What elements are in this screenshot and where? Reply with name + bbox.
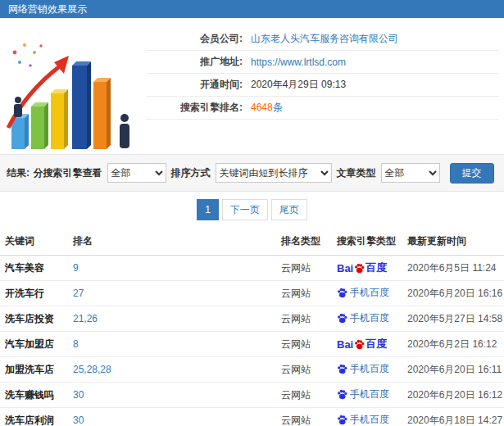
rank-value: 30: [73, 389, 84, 401]
keyword-cell: 洗车店利润: [0, 408, 68, 426]
rank-cell: 27: [68, 281, 276, 306]
keyword-cell: 汽车加盟店: [0, 332, 68, 357]
last-page-button[interactable]: 尾页: [271, 199, 307, 220]
info-row-url: 推广地址: https://www.lrtlsd.com: [146, 51, 499, 74]
table-row: 加盟洗车店 25,28,28 云网站 Bai 百度: [0, 357, 504, 383]
rank-cell: 25,28,28: [68, 357, 276, 383]
info-row-open-time: 开通时间: 2020年4月29日 09:13: [146, 74, 499, 97]
rank-count-unit: 条: [273, 102, 283, 113]
updated-cell: 2020年6月20日 16:11: [402, 357, 504, 383]
rank-type-text: 云网站: [281, 262, 311, 274]
mobile-baidu-paw-icon: [337, 313, 347, 324]
header-keyword: 关键词: [0, 228, 68, 256]
keyword-text: 汽车美容: [5, 262, 44, 274]
rank-value: 27: [73, 288, 84, 299]
table-row: 洗车赚钱吗 30 云网站 Bai 百度: [0, 383, 504, 408]
rank-count-label: 搜索引擎排名:: [146, 101, 243, 115]
table-row: 洗车店利润 30 云网站 Bai 百度: [0, 408, 504, 426]
keyword-cell: 汽车美容: [0, 256, 68, 281]
rank-type-cell: 云网站: [276, 256, 332, 281]
engine-cell: Bai 百度 手机百度: [332, 383, 402, 408]
updated-cell: 2020年6月20日 16:12: [402, 383, 504, 408]
rank-cell: 30: [68, 408, 276, 426]
updated-text: 2020年6月18日 14:27: [407, 415, 502, 426]
engine-filter-select[interactable]: 全部: [107, 163, 166, 183]
baidu-logo-cn: 百度: [366, 337, 387, 351]
results-table: 关键词 排名 排名类型 搜索引擎类型 最新更新时间 汽车美容 9 云网站 Bai…: [0, 228, 504, 426]
baidu-paw-icon: [354, 339, 365, 350]
next-page-button[interactable]: 下一页: [222, 199, 268, 220]
mobile-baidu-label: 手机百度: [350, 387, 389, 401]
rank-type-cell: 云网站: [276, 306, 332, 332]
company-label: 会员公司:: [146, 32, 243, 46]
table-row: 汽车美容 9 云网站 Bai 百度: [0, 256, 504, 281]
baidu-logo-latin: Bai: [337, 338, 353, 351]
rank-type-text: 云网站: [281, 288, 311, 299]
updated-text: 2020年5月27日 14:58: [407, 313, 502, 324]
mobile-baidu-label: 手机百度: [350, 311, 389, 325]
rank-type-cell: 云网站: [276, 281, 332, 306]
mobile-baidu-badge: 手机百度: [337, 362, 389, 376]
person-figure-left: [14, 97, 22, 117]
baidu-logo: Bai 百度: [337, 337, 387, 351]
member-info-section: 会员公司: 山东老人头汽车服务咨询有限公司 推广地址: https://www.…: [0, 18, 504, 154]
keyword-cell: 洗车赚钱吗: [0, 383, 68, 408]
updated-text: 2020年6月20日 16:12: [407, 389, 502, 401]
baidu-logo: Bai 百度: [337, 261, 387, 275]
sort-filter-select[interactable]: 关键词由短到长排序: [216, 163, 332, 183]
table-header-row: 关键词 排名 排名类型 搜索引擎类型 最新更新时间: [0, 228, 504, 256]
engine-cell: Bai 百度 手机百度: [332, 256, 402, 281]
results-section-label: 结果:: [7, 166, 30, 180]
rank-value: 8: [73, 338, 79, 350]
promo-url-label: 推广地址:: [146, 55, 243, 69]
updated-cell: 2020年6月2日 16:12: [402, 332, 504, 357]
keyword-text: 洗车店利润: [5, 415, 54, 426]
table-row: 洗车店投资 21,26 云网站 Bai 百度: [0, 306, 504, 332]
updated-text: 2020年6月20日 16:16: [407, 288, 502, 299]
filter-bar: 结果: 分搜索引擎查看 全部 排序方式 关键词由短到长排序 文章类型 全部 提交: [0, 154, 504, 192]
rank-count-value: 4648条: [251, 101, 283, 115]
bars: [11, 61, 111, 149]
mobile-baidu-label: 手机百度: [350, 413, 389, 426]
bar-chart-illustration-svg: [3, 28, 143, 152]
mobile-baidu-badge: 手机百度: [337, 311, 389, 325]
header-updated: 最新更新时间: [402, 228, 504, 256]
engine-cell: Bai 百度 手机百度: [332, 332, 402, 357]
header-engine-type: 搜索引擎类型: [332, 228, 402, 256]
promo-url-link[interactable]: https://www.lrtlsd.com: [251, 57, 346, 68]
mobile-baidu-label: 手机百度: [350, 362, 389, 376]
mobile-baidu-paw-icon: [337, 415, 347, 425]
article-type-filter-select[interactable]: 全部: [381, 163, 440, 183]
filter-controls: 分搜索引擎查看 全部 排序方式 关键词由短到长排序 文章类型 全部 提交: [30, 163, 497, 184]
rank-type-text: 云网站: [281, 364, 311, 375]
open-time-label: 开通时间:: [146, 78, 243, 92]
page-header: 网络营销效果展示: [0, 0, 504, 18]
rank-value: 21,26: [73, 313, 98, 324]
mobile-baidu-badge: 手机百度: [337, 413, 389, 426]
open-time-value: 2020年4月29日 09:13: [251, 78, 346, 92]
company-link[interactable]: 山东老人头汽车服务咨询有限公司: [251, 32, 398, 46]
updated-cell: 2020年6月20日 16:16: [402, 281, 504, 306]
updated-cell: 2020年5月27日 14:58: [402, 306, 504, 332]
rank-cell: 8: [68, 332, 276, 357]
table-row: 开洗车行 27 云网站 Bai 百度: [0, 281, 504, 306]
keyword-text: 汽车加盟店: [5, 338, 54, 350]
mobile-baidu-paw-icon: [337, 389, 347, 400]
mobile-baidu-paw-icon: [337, 364, 347, 374]
pagination: 1 下一页 尾页: [0, 192, 504, 228]
rank-type-cell: 云网站: [276, 332, 332, 357]
updated-text: 2020年6月2日 16:12: [407, 338, 497, 350]
rank-value: 30: [73, 415, 84, 426]
updated-cell: 2020年6月18日 14:27: [402, 408, 504, 426]
engine-cell: Bai 百度 手机百度: [332, 357, 402, 383]
rank-type-text: 云网站: [281, 389, 311, 401]
mobile-baidu-badge: 手机百度: [337, 387, 389, 401]
page-number-current[interactable]: 1: [197, 199, 219, 220]
rank-value: 9: [73, 262, 79, 274]
submit-button[interactable]: 提交: [450, 163, 494, 184]
mobile-baidu-badge: 手机百度: [337, 286, 389, 300]
info-fields: 会员公司: 山东老人头汽车服务咨询有限公司 推广地址: https://www.…: [146, 21, 504, 154]
results-table-body: 汽车美容 9 云网站 Bai 百度: [0, 256, 504, 426]
keyword-cell: 洗车店投资: [0, 306, 68, 332]
info-row-company: 会员公司: 山东老人头汽车服务咨询有限公司: [146, 28, 499, 51]
